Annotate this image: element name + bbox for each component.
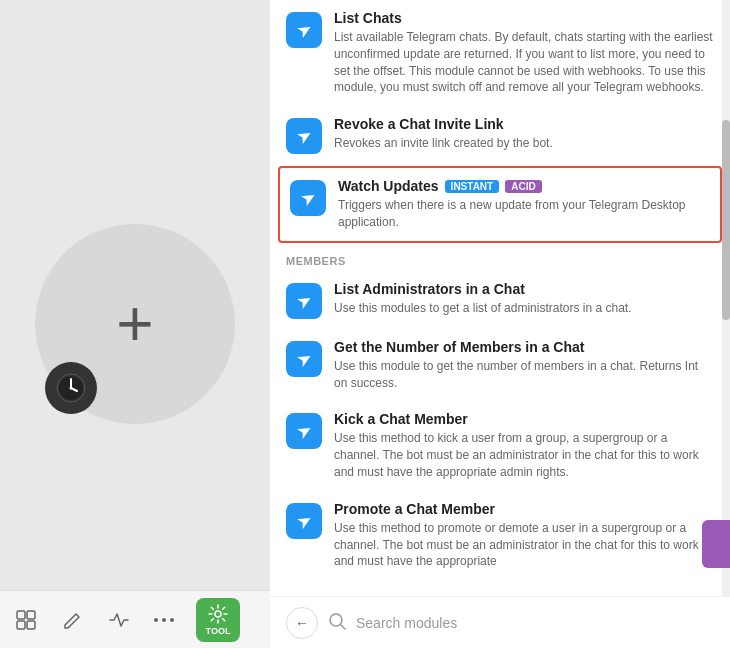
panel-toolbar-icon[interactable] [12,606,40,634]
section-header-members: MEMBERS [270,245,730,271]
module-title-watch-updates: Watch Updates [338,178,439,194]
telegram-icon-get-members-count: ➤ [286,341,322,377]
module-title-get-members-count: Get the Number of Members in a Chat [334,339,584,355]
module-desc-revoke-invite: Revokes an invite link created by the bo… [334,135,714,152]
back-arrow-icon: ← [295,615,309,631]
bottom-toolbar: TOOL [0,590,270,648]
telegram-icon-revoke-invite: ➤ [286,118,322,154]
module-item-promote-member[interactable]: ➤ Promote a Chat Member Use this method … [270,491,730,580]
module-desc-watch-updates: Triggers when there is a new update from… [338,197,710,231]
search-bar: ← Search modules [270,596,730,648]
module-desc-list-chats: List available Telegram chats. By defaul… [334,29,714,96]
purple-floating-button[interactable] [702,520,730,568]
clock-icon [55,372,87,404]
svg-rect-8 [27,621,35,629]
svg-point-13 [330,614,342,626]
telegram-icon-list-chats: ➤ [286,12,322,48]
tools-label: TOOL [206,626,231,636]
module-item-kick-member[interactable]: ➤ Kick a Chat Member Use this method to … [270,401,730,490]
module-item-list-admins[interactable]: ➤ List Administrators in a Chat Use this… [270,271,730,329]
telegram-icon-kick-member: ➤ [286,413,322,449]
search-input[interactable]: Search modules [356,615,714,631]
clock-badge [45,362,97,414]
telegram-icon-watch-updates: ➤ [290,180,326,216]
svg-rect-6 [27,611,35,619]
edit-toolbar-icon[interactable] [58,606,86,634]
module-item-get-members-count[interactable]: ➤ Get the Number of Members in a Chat Us… [270,329,730,402]
plus-icon: + [116,292,153,356]
svg-point-10 [162,618,166,622]
badge-instant: INSTANT [445,180,500,193]
svg-point-11 [170,618,174,622]
module-title-list-admins: List Administrators in a Chat [334,281,525,297]
module-desc-list-admins: Use this modules to get a list of admini… [334,300,714,317]
telegram-icon-list-admins: ➤ [286,283,322,319]
svg-point-4 [70,387,73,390]
module-desc-kick-member: Use this method to kick a user from a gr… [334,430,714,480]
module-item-revoke-invite[interactable]: ➤ Revoke a Chat Invite Link Revokes an i… [270,106,730,164]
scrollbar-track [722,0,730,596]
search-icon [328,612,346,634]
right-panel: ➤ List Chats List available Telegram cha… [270,0,730,648]
module-list[interactable]: ➤ List Chats List available Telegram cha… [270,0,730,596]
svg-rect-7 [17,621,25,629]
module-desc-get-members-count: Use this module to get the number of mem… [334,358,714,392]
svg-rect-5 [17,611,25,619]
module-title-revoke-invite: Revoke a Chat Invite Link [334,116,504,132]
svg-line-14 [341,625,345,629]
search-back-button[interactable]: ← [286,607,318,639]
tools-toolbar-icon[interactable]: TOOL [196,598,240,642]
svg-point-9 [154,618,158,622]
module-title-promote-member: Promote a Chat Member [334,501,495,517]
left-panel: + [0,0,270,648]
add-module-circle[interactable]: + [35,224,235,424]
scrollbar-thumb[interactable] [722,120,730,320]
module-item-watch-updates[interactable]: ➤ Watch Updates INSTANT ACID Triggers wh… [278,166,722,243]
badge-acid: ACID [505,180,541,193]
telegram-icon-promote-member: ➤ [286,503,322,539]
module-title-kick-member: Kick a Chat Member [334,411,468,427]
more-toolbar-icon[interactable] [150,606,178,634]
module-title-list-chats: List Chats [334,10,402,26]
module-desc-promote-member: Use this method to promote or demote a u… [334,520,714,570]
module-item-list-chats[interactable]: ➤ List Chats List available Telegram cha… [270,0,730,106]
svg-point-12 [215,611,221,617]
flow-toolbar-icon[interactable] [104,606,132,634]
